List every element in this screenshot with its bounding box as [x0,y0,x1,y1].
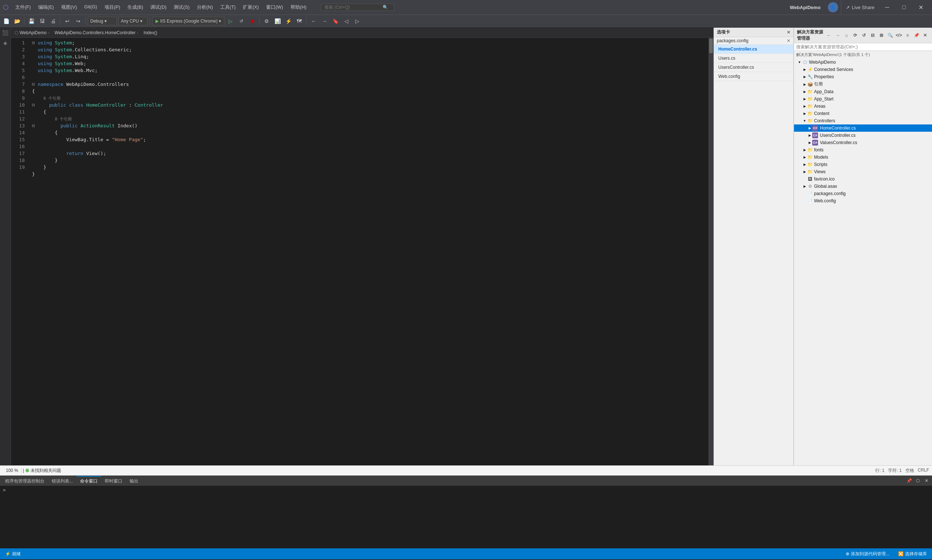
sol-btn-collapse[interactable]: ⊟ [869,31,877,39]
menu-analyze[interactable]: 分析(N) [193,3,217,12]
open-btn[interactable]: 📂 [12,16,22,26]
tree-views[interactable]: ▶ 📁 Views [794,168,932,175]
tree-userscontroller[interactable]: ▶ C# UsersController.cs [794,132,932,139]
menu-project[interactable]: 项目(P) [101,3,124,12]
file-tabs-close[interactable]: ✕ [787,30,790,35]
save-btn[interactable]: 💾 [26,16,36,26]
minimize-button[interactable]: ─ [879,0,896,15]
tree-references[interactable]: ▶ 📦 引用 [794,80,932,88]
tree-areas[interactable]: ▶ 📁 Areas [794,103,932,110]
tree-connected-services[interactable]: ▶ ⚡ Connected Services [794,66,932,73]
sol-btn-more[interactable]: ≡ [904,31,912,39]
bottom-content[interactable]: > [0,486,932,548]
menu-help[interactable]: 帮助(H) [287,3,310,12]
search-box[interactable]: 🔍 [321,4,394,11]
tree-app-start[interactable]: ▶ 📁 App_Start [794,95,932,103]
tab-immediate[interactable]: 即时窗口 [101,476,126,486]
file-tab-homecontroller[interactable]: HomeController.cs [714,45,793,54]
gutter-git-icon[interactable]: ◈ [2,39,9,46]
repo-btn[interactable]: 🔀 选择存储库 [896,551,929,557]
user-avatar[interactable]: 👤 [828,2,838,12]
packages-close-icon[interactable]: ✕ [787,38,790,43]
tab-package-console[interactable]: 程序包管理器控制台 [2,476,48,486]
new-project-btn[interactable]: 📄 [2,16,11,26]
nav-fwd-btn[interactable]: → [320,16,329,26]
print-btn[interactable]: 🖨 [48,16,58,26]
tree-scripts[interactable]: ▶ 📁 Scripts [794,161,932,168]
sol-btn-home[interactable]: ⌂ [843,31,850,39]
perf-btn[interactable]: 📊 [273,16,282,26]
maximize-button[interactable]: □ [896,0,912,15]
stop-btn[interactable]: ⏹ [248,16,257,26]
redo-btn[interactable]: ↪ [74,16,83,26]
tree-fonts[interactable]: ▶ 📁 fonts [794,146,932,154]
search-input[interactable] [324,5,383,10]
status-git[interactable]: ⚡ 就绪 [3,551,23,557]
sol-btn-code[interactable]: </> [895,31,903,39]
menu-extensions[interactable]: 扩展(X) [239,3,262,12]
save-all-btn[interactable]: 🖫 [37,16,47,26]
platform-dropdown[interactable]: Any CPU ▾ [118,17,148,25]
solution-search-input[interactable] [796,45,930,49]
tab-output[interactable]: 输出 [126,476,142,486]
tree-web-config[interactable]: 📄 Web.config [794,197,932,205]
code-map-btn[interactable]: 🗺 [294,16,304,26]
tree-favicon[interactable]: 🖼 favicon.ico [794,175,932,183]
run-button[interactable]: ▶ IIS Express (Google Chrome) ▾ [152,17,224,25]
tree-packages-config[interactable]: 📄 packages.config [794,190,932,197]
breadcrumb-controller[interactable]: WebApiDemo.Controllers.HomeController › [52,29,141,36]
tree-controllers[interactable]: ▼ 📁 Controllers [794,117,932,125]
gutter-solution-icon[interactable]: ⬛ [2,29,9,36]
menu-window[interactable]: 窗口(W) [262,3,287,12]
sol-btn-back[interactable]: ← [825,31,833,39]
menu-file[interactable]: 文件(F) [12,3,35,12]
menu-git[interactable]: Git(G) [80,3,100,12]
code-content[interactable]: ⊟ using System; using System.Collections… [29,38,709,465]
events-btn[interactable]: ⚡ [283,16,293,26]
tab-errors[interactable]: 错误列表... [48,476,77,486]
sol-btn-props[interactable]: ⊞ [877,31,886,39]
nav-back-btn[interactable]: ← [309,16,318,26]
menu-tools[interactable]: 工具(T) [217,3,240,12]
file-tab-users[interactable]: Users.cs [714,54,793,63]
file-tab-userscontroller[interactable]: UsersController.cs [714,63,793,72]
bookmark-prev[interactable]: ◁ [342,16,351,26]
editor-scrollbar[interactable] [709,38,713,465]
scrollbar-thumb[interactable] [709,38,713,53]
tree-homecontroller[interactable]: ▶ C# HomeController.cs [794,125,932,132]
live-share-button[interactable]: ↗ Live Share [841,0,879,15]
attach-btn[interactable]: ⚙ [262,16,271,26]
breadcrumb-method[interactable]: Index() [141,29,159,36]
tree-models[interactable]: ▶ 📁 Models [794,154,932,161]
menu-build[interactable]: 生成(B) [124,3,147,12]
menu-test[interactable]: 测试(S) [170,3,193,12]
restart-btn[interactable]: ↺ [237,16,246,26]
tree-global-asax[interactable]: ▶ ⚙ Global.asax [794,183,932,190]
bottom-pin[interactable]: 📌 [905,477,913,485]
file-tab-webconfig[interactable]: Web.config [714,72,793,81]
menu-debug[interactable]: 调试(D) [147,3,170,12]
sol-btn-fwd[interactable]: → [834,31,842,39]
zoom-selector[interactable]: 100 % [3,468,22,473]
tree-valuescontroller[interactable]: ▶ C# ValuesController.cs [794,139,932,146]
tree-content[interactable]: ▶ 📁 Content [794,110,932,117]
sol-btn-refresh[interactable]: ↺ [860,31,868,39]
breadcrumb-project[interactable]: ⬡ WebApiDemo › [12,29,52,36]
sol-btn-preview[interactable]: 🔍 [886,31,894,39]
bottom-close[interactable]: ✕ [923,477,930,485]
bookmark-next[interactable]: ▷ [353,16,362,26]
tab-command-window[interactable]: 命令窗口 [77,476,101,486]
run-no-debug[interactable]: ▷ [226,16,235,26]
tree-properties[interactable]: ▶ 🔧 Properties [794,73,932,80]
sol-close[interactable]: ✕ [921,31,929,39]
bottom-more[interactable]: ⬡ [914,477,922,485]
bookmark-btn[interactable]: 🔖 [331,16,340,26]
close-button[interactable]: ✕ [912,0,929,15]
sol-btn-sync[interactable]: ⟳ [851,31,859,39]
menu-view[interactable]: 视图(V) [57,3,80,12]
menu-edit[interactable]: 编辑(E) [35,3,57,12]
undo-btn[interactable]: ↩ [63,16,72,26]
source-control-btn[interactable]: ⊕ 添加到源代码管理... [844,551,892,557]
sol-pin[interactable]: 📌 [912,31,920,39]
tree-app-data[interactable]: ▶ 📁 App_Data [794,88,932,95]
